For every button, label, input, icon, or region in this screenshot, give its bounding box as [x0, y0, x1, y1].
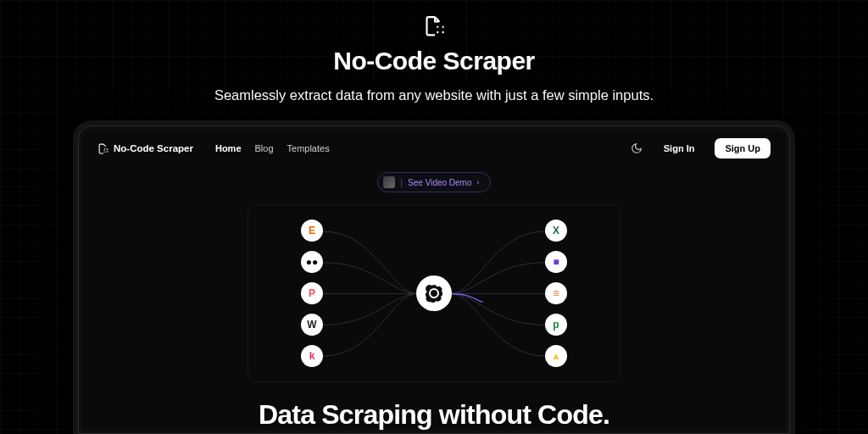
producthunt-icon: P	[301, 282, 323, 304]
theme-toggle[interactable]	[630, 142, 643, 155]
chevron-right-icon: ›	[477, 178, 480, 186]
excel-icon: X	[545, 220, 567, 242]
center-ai-node	[416, 275, 452, 311]
video-demo-pill[interactable]: | See Video Demo ›	[377, 172, 490, 192]
video-thumb-icon	[383, 176, 395, 188]
moon-icon	[631, 142, 643, 154]
nav-home[interactable]: Home	[215, 143, 242, 153]
medium-icon: ●●	[301, 251, 323, 273]
openai-icon	[424, 283, 444, 303]
app-logo-icon	[422, 15, 446, 36]
drive-icon: ▲	[545, 345, 567, 367]
hero-title: Data Scraping without Code.	[259, 399, 609, 431]
integration-graph: E●●PWk X■≡p▲	[248, 204, 620, 382]
nav-logo-icon	[97, 143, 108, 154]
device-frame: No-Code Scraper Home Blog Templates Sign…	[78, 125, 790, 434]
navbar: No-Code Scraper Home Blog Templates Sign…	[82, 130, 786, 167]
page-subtitle: Seamlessly extract data from any website…	[214, 87, 654, 103]
kofi-icon: k	[301, 345, 323, 367]
pill-separator: |	[400, 178, 403, 187]
sign-in-button[interactable]: Sign In	[655, 138, 704, 159]
pill-label: See Video Demo	[408, 178, 471, 187]
nav-templates[interactable]: Templates	[287, 143, 330, 153]
db-icon: ■	[545, 251, 567, 273]
pixel-icon: p	[545, 314, 567, 336]
svg-rect-0	[104, 148, 108, 152]
nav-brand-label: No-Code Scraper	[114, 143, 193, 153]
nav-blog[interactable]: Blog	[255, 143, 274, 153]
rows-icon: ≡	[545, 282, 567, 304]
sign-up-button[interactable]: Sign Up	[715, 138, 771, 159]
nav-brand[interactable]: No-Code Scraper	[97, 143, 193, 154]
etsy-icon: E	[301, 220, 323, 242]
page-title: No-Code Scraper	[333, 47, 535, 75]
wordpress-icon: W	[301, 314, 323, 336]
